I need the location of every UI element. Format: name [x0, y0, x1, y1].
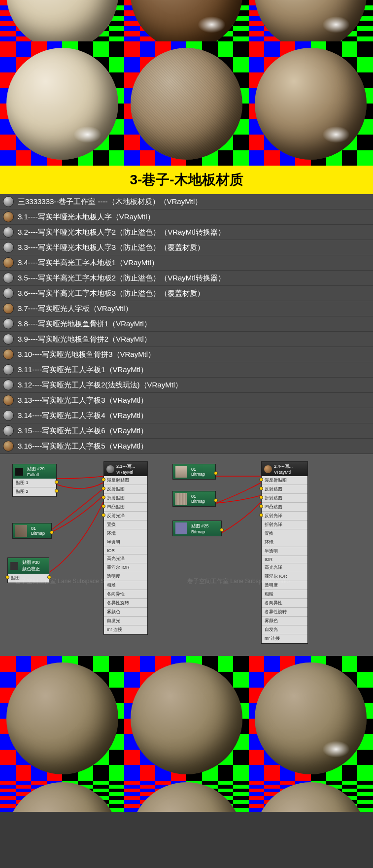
node-editor[interactable]: 贴图 #29Falloff 贴图 1 贴图 2 01Bitmap 贴图 #30颜…	[0, 454, 373, 656]
material-item[interactable]: 3.1----写实半哑光木地板人字（VRayMtl）	[0, 209, 373, 225]
node-input[interactable]: 置换	[104, 521, 147, 529]
node-input[interactable]: 折射光泽	[262, 521, 307, 529]
material-sphere-icon	[3, 349, 14, 360]
material-sphere-icon	[3, 242, 14, 253]
node-bitmap[interactable]: 01Bitmap	[172, 491, 216, 507]
node-output[interactable]: 贴图	[8, 574, 49, 583]
node-header[interactable]: 2.4---写...VRayMtl	[262, 462, 307, 476]
material-item[interactable]: 3.14----写实哑光工人字板4（VRayMtl）	[0, 408, 373, 423]
node-header[interactable]: 01Bitmap	[173, 464, 215, 479]
node-input[interactable]: 反射光泽	[104, 512, 147, 521]
node-header[interactable]: 01Bitmap	[173, 491, 215, 506]
node-header[interactable]: 01Bitmap	[13, 523, 51, 538]
node-colorcorrect[interactable]: 贴图 #30颜色校正 贴图	[7, 557, 49, 583]
node-input[interactable]: mr 连接	[104, 625, 147, 634]
node-input[interactable]: 雾颜色	[262, 617, 307, 625]
node-input[interactable]: 反射贴图	[262, 485, 307, 494]
node-input[interactable]: 透明度	[262, 581, 307, 590]
node-thumbnail	[175, 493, 187, 505]
node-falloff[interactable]: 贴图 #29Falloff 贴图 1 贴图 2	[12, 464, 57, 497]
material-sphere-icon	[3, 364, 14, 375]
material-sphere-icon	[3, 273, 14, 283]
material-label: 3.16----写实哑光工人字板5（VRayMtl）	[18, 442, 148, 451]
material-sphere	[255, 662, 367, 774]
node-vraymtl[interactable]: 2.4---写...VRayMtl 漫反射贴图反射贴图折射贴图凹凸贴图反射光泽折…	[261, 461, 308, 644]
node-input[interactable]: 半透明	[104, 538, 147, 547]
material-item[interactable]: 3.10----写实哑光地板鱼骨拼3（VRayMtl）	[0, 347, 373, 362]
node-input[interactable]: 反射光泽	[262, 512, 307, 521]
node-input[interactable]: 自发光	[262, 625, 307, 634]
node-bitmap[interactable]: 贴图 #25Bitmap	[172, 521, 222, 536]
preview-cell	[124, 656, 248, 780]
material-item[interactable]: 3.15----写实哑光工人字板6（VRayMtl）	[0, 423, 373, 439]
material-label: 3.4----写实半高光工字木地板1（VRayMtl）	[18, 258, 159, 268]
node-header[interactable]: 贴图 #29Falloff	[13, 464, 56, 479]
node-vraymtl[interactable]: 2.1---写...VRayMtl 漫反射贴图反射贴图折射贴图凹凸贴图反射光泽置…	[103, 461, 148, 635]
node-input[interactable]: IOR	[262, 556, 307, 563]
node-input[interactable]: 粗糙	[104, 581, 147, 590]
node-thumbnail	[175, 522, 187, 534]
material-label: 三3333333--巷子工作室 ----（木地板材质）（VRayMtl）	[18, 197, 202, 207]
node-bitmap[interactable]: 01Bitmap	[172, 464, 216, 480]
node-input[interactable]: 漫反射贴图	[262, 476, 307, 485]
node-input[interactable]: 各异性旋转	[104, 599, 147, 608]
material-item[interactable]: 3.4----写实半高光工字木地板1（VRayMtl）	[0, 255, 373, 271]
preview-cell	[249, 656, 373, 780]
node-header[interactable]: 贴图 #30颜色校正	[8, 558, 49, 574]
material-label: 3.5----写实半高光工字木地板2（防止溢色）（VRayMtl转换器）	[18, 274, 225, 283]
material-item[interactable]: 3.16----写实哑光工人字板5（VRayMtl）	[0, 439, 373, 454]
node-input[interactable]: 折射贴图	[104, 494, 147, 503]
material-item[interactable]: 3.2----写实半哑光木地板人字2（防止溢色）（VRayMtl转换器）	[0, 225, 373, 240]
material-item[interactable]: 三3333333--巷子工作室 ----（木地板材质）（VRayMtl）	[0, 194, 373, 209]
node-thumbnail	[15, 525, 27, 537]
material-item[interactable]: 3.13----写实哑光工人字板3（VRayMtl）	[0, 393, 373, 408]
node-input[interactable]: 透明度	[104, 572, 147, 581]
node-input[interactable]: 凹凸贴图	[104, 503, 147, 512]
material-sphere-icon	[3, 288, 14, 299]
node-bitmap[interactable]: 01Bitmap	[12, 523, 52, 539]
material-sphere-icon	[3, 257, 14, 268]
node-input[interactable]: 粗糙	[262, 590, 307, 599]
material-sphere-icon	[3, 196, 14, 207]
node-input[interactable]: mr 连接	[262, 634, 307, 643]
material-item[interactable]: 3.9----写实哑光地板鱼骨拼2（VRayMtl）	[0, 332, 373, 347]
material-label: 3.14----写实哑光工人字板4（VRayMtl）	[18, 411, 148, 420]
node-input[interactable]: 反射贴图	[104, 485, 147, 494]
material-item[interactable]: 3.7----写实哑光人字板（VRayMtl）	[0, 301, 373, 316]
node-input[interactable]: 环境	[104, 529, 147, 538]
node-input[interactable]: IOR	[104, 547, 147, 555]
node-header[interactable]: 2.1---写...VRayMtl	[104, 462, 147, 476]
node-input[interactable]: 漫反射贴图	[104, 476, 147, 485]
node-input[interactable]: 菲涅尔 IOR	[104, 563, 147, 572]
node-input[interactable]: 折射贴图	[262, 494, 307, 503]
preview-cell	[124, 0, 248, 41]
node-input[interactable]: 高光光泽	[262, 563, 307, 572]
node-header[interactable]: 贴图 #25Bitmap	[173, 521, 221, 536]
node-input[interactable]: 环境	[262, 538, 307, 547]
node-input[interactable]: 自发光	[104, 617, 147, 625]
material-list: 三3333333--巷子工作室 ----（木地板材质）（VRayMtl）3.1-…	[0, 194, 373, 454]
material-sphere-icon	[3, 334, 14, 345]
preview-cell	[124, 41, 248, 166]
node-input[interactable]: 各异性旋转	[262, 608, 307, 617]
node-input[interactable]: 各向异性	[262, 599, 307, 608]
node-output[interactable]: 贴图 1	[13, 479, 56, 487]
material-item[interactable]: 3.12----写实哑光工人字板2(法线玩法)（VRayMtl）	[0, 378, 373, 393]
node-input[interactable]: 菲涅尔 IOR	[262, 572, 307, 581]
node-input[interactable]: 半透明	[262, 547, 307, 556]
preview-cell	[0, 656, 124, 780]
node-input[interactable]: 置换	[262, 529, 307, 538]
material-item[interactable]: 3.11----写实哑光工人字板1（VRayMtl）	[0, 362, 373, 378]
material-sphere	[6, 662, 118, 774]
node-input[interactable]: 雾颜色	[104, 608, 147, 617]
material-item[interactable]: 3.8----写实哑光地板鱼骨拼1（VRayMtl）	[0, 316, 373, 332]
node-body: 贴图 1 贴图 2	[13, 479, 56, 496]
node-input[interactable]: 凹凸贴图	[262, 503, 307, 512]
node-input[interactable]: 高光光泽	[104, 555, 147, 563]
material-item[interactable]: 3.3----写实半哑光木地板人字3（防止溢色）（覆盖材质）	[0, 240, 373, 255]
preview-cell	[0, 41, 124, 166]
node-output[interactable]: 贴图 2	[13, 487, 56, 496]
node-input[interactable]: 各向异性	[104, 590, 147, 599]
material-item[interactable]: 3.6----写实半高光工字木地板3（防止溢色）（覆盖材质）	[0, 286, 373, 301]
material-item[interactable]: 3.5----写实半高光工字木地板2（防止溢色）（VRayMtl转换器）	[0, 271, 373, 286]
